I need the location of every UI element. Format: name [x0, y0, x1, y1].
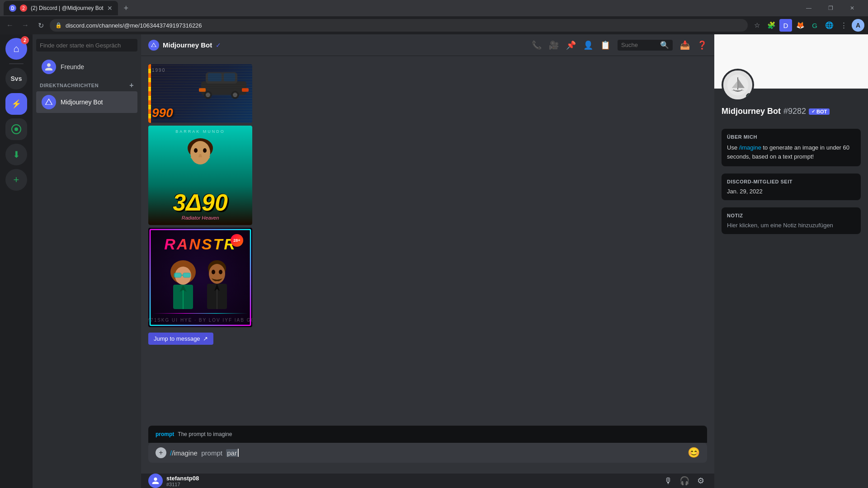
- profile-username-row: Midjourney Bot #9282 BOT: [722, 107, 861, 116]
- deafen-button[interactable]: 🎧: [678, 474, 691, 487]
- server-divider: [9, 63, 24, 64]
- reload-button[interactable]: ↻: [34, 19, 47, 32]
- dm-item-midjourney[interactable]: Midjourney Bot: [36, 91, 137, 113]
- svg-rect-11: [242, 88, 249, 92]
- translate-icon[interactable]: 🌐: [823, 19, 835, 32]
- mute-button[interactable]: 🎙: [662, 474, 675, 487]
- dm-search-input[interactable]: [36, 39, 137, 52]
- autocomplete-item[interactable]: prompt The prompt to imagine: [148, 429, 707, 439]
- jump-to-message-button[interactable]: Jump to message ↗: [148, 333, 213, 345]
- svg-rect-20: [174, 273, 181, 277]
- profile-username: Midjourney Bot: [722, 107, 781, 116]
- about-me-title: ÜBER MICH: [727, 134, 855, 140]
- browser-profile-icon[interactable]: A: [852, 19, 864, 32]
- settings-button[interactable]: ⚙: [694, 474, 707, 487]
- direktnachrichten-label: DIREKTNACHRICHTEN: [40, 83, 99, 88]
- main-chat: Midjourney Bot ✓ 📞 🎥 📌 👤 📋 🔍 📥 ❓: [141, 34, 714, 488]
- message-input-area: + //imagine prompt par 😊: [141, 443, 714, 474]
- chat-messages: 1990 990: [141, 56, 714, 426]
- tab-notification-badge: 2: [20, 5, 27, 12]
- download-icon: ⬇: [13, 149, 20, 160]
- grammarly-icon[interactable]: G: [808, 19, 821, 32]
- search-box[interactable]: 🔍: [618, 40, 673, 51]
- param-text: prompt: [201, 449, 222, 457]
- poster1-year: 1990: [152, 68, 165, 73]
- inbox-icon[interactable]: 📥: [680, 40, 690, 50]
- dm-friends-item[interactable]: Freunde: [36, 56, 137, 78]
- window-controls: — ❐ ✕: [798, 1, 864, 15]
- image-card-2[interactable]: BARRAK MUNDO 3: [148, 126, 252, 225]
- search-input[interactable]: [621, 42, 657, 48]
- poster2-figure-svg: [178, 137, 223, 182]
- video-icon[interactable]: 🎥: [549, 40, 559, 50]
- profile-discriminator: #9282: [783, 107, 806, 116]
- jump-to-message-label: Jump to message: [154, 335, 200, 342]
- add-member-icon[interactable]: 👤: [583, 40, 593, 50]
- poster3-number: RY71SKG UI HYE · BY LOV IYF IAB G00: [148, 318, 252, 323]
- url-bar[interactable]: 🔒 discord.com/channels/@me/1063443749197…: [50, 19, 748, 32]
- more-extensions-icon[interactable]: ⋮: [837, 19, 850, 32]
- add-dm-button[interactable]: +: [129, 81, 134, 89]
- minimize-button[interactable]: —: [798, 1, 819, 15]
- note-section[interactable]: NOTIZ Hier klicken, um eine Notiz hinzuz…: [722, 207, 861, 234]
- svg-text:RANSTR: RANSTR: [164, 235, 236, 252]
- call-icon[interactable]: 📞: [532, 40, 542, 50]
- tab-close-button[interactable]: ✕: [107, 5, 113, 12]
- lock-icon: 🔒: [55, 22, 62, 28]
- svg-point-1: [14, 127, 18, 131]
- message-input-field[interactable]: //imagine prompt par: [170, 449, 684, 457]
- message-input-wrapper: + //imagine prompt par 😊: [148, 443, 707, 463]
- server-icon-home[interactable]: ⌂ 2: [5, 38, 27, 60]
- url-text: discord.com/channels/@me/106344374919731…: [66, 22, 202, 29]
- bottom-bar: stefanstp08 #3117 🎙 🎧 ⚙: [141, 474, 714, 488]
- address-bar: ← → ↻ 🔒 discord.com/channels/@me/1063443…: [0, 16, 868, 34]
- new-tab-button[interactable]: +: [120, 2, 132, 14]
- profile-avatar-large: [722, 69, 754, 101]
- help-icon[interactable]: ❓: [697, 40, 707, 50]
- user-avatar: [148, 474, 163, 488]
- bookmark-icon[interactable]: ☆: [750, 19, 763, 32]
- poster2-subtitle: Radiator Heaven: [182, 215, 219, 221]
- server-icon-custom1[interactable]: ⚡: [5, 93, 27, 115]
- poster3-male-svg: [203, 259, 232, 309]
- image-card-3[interactable]: RANSTR 28+: [148, 228, 252, 327]
- input-add-button[interactable]: +: [156, 447, 166, 458]
- header-icons: 📞 🎥 📌 👤 📋 🔍 📥 ❓: [532, 40, 707, 51]
- discord-extension-icon[interactable]: D: [779, 19, 792, 32]
- back-button[interactable]: ←: [4, 19, 16, 32]
- verified-badge: ✓: [216, 42, 221, 49]
- cmd-text: /imagine: [172, 449, 198, 457]
- note-title: NOTIZ: [727, 213, 855, 218]
- metamask-icon[interactable]: 🦊: [794, 19, 807, 32]
- active-tab[interactable]: D 2 (2) Discord | @Midjourney Bot ✕: [4, 1, 118, 15]
- svg-point-14: [194, 148, 198, 153]
- browser-chrome: D 2 (2) Discord | @Midjourney Bot ✕ + — …: [0, 0, 868, 34]
- channel-bot-icon: [148, 40, 159, 51]
- hide-panel-icon[interactable]: 📋: [600, 40, 610, 50]
- svg-point-28: [219, 270, 222, 274]
- maximize-button[interactable]: ❐: [820, 1, 841, 15]
- member-since-section: DISCORD-MITGLIED SEIT Jan. 29, 2022: [722, 174, 861, 200]
- channel-name: Midjourney Bot: [163, 41, 212, 49]
- add-server-icon: +: [14, 174, 19, 186]
- extensions-icon[interactable]: 🧩: [765, 19, 778, 32]
- imagine-link[interactable]: /imagine: [739, 144, 761, 151]
- server-icon-add[interactable]: +: [5, 169, 27, 191]
- close-button[interactable]: ✕: [842, 1, 863, 15]
- image-card-1[interactable]: 1990 990: [148, 64, 252, 123]
- input-command-display: //imagine prompt par: [170, 449, 238, 457]
- forward-button[interactable]: →: [19, 19, 32, 32]
- poster3-female-svg: [169, 259, 198, 309]
- emoji-button[interactable]: 😊: [688, 447, 700, 459]
- server-icon-custom2[interactable]: [5, 118, 27, 140]
- server-icon-download[interactable]: ⬇: [5, 144, 27, 165]
- pin-icon[interactable]: 📌: [566, 40, 576, 50]
- bot-badge: BOT: [809, 108, 830, 115]
- about-me-text: Use /imagine to generate an image in und…: [727, 143, 855, 161]
- poster3-badge: 28+: [231, 234, 243, 247]
- tab-title: (2) Discord | @Midjourney Bot: [31, 5, 104, 11]
- server-icon-svs[interactable]: Svs: [5, 68, 27, 89]
- friends-icon: [42, 60, 56, 74]
- note-placeholder[interactable]: Hier klicken, um eine Notiz hinzuzufügen: [727, 222, 855, 229]
- autocomplete-popup: prompt The prompt to imagine: [148, 426, 707, 443]
